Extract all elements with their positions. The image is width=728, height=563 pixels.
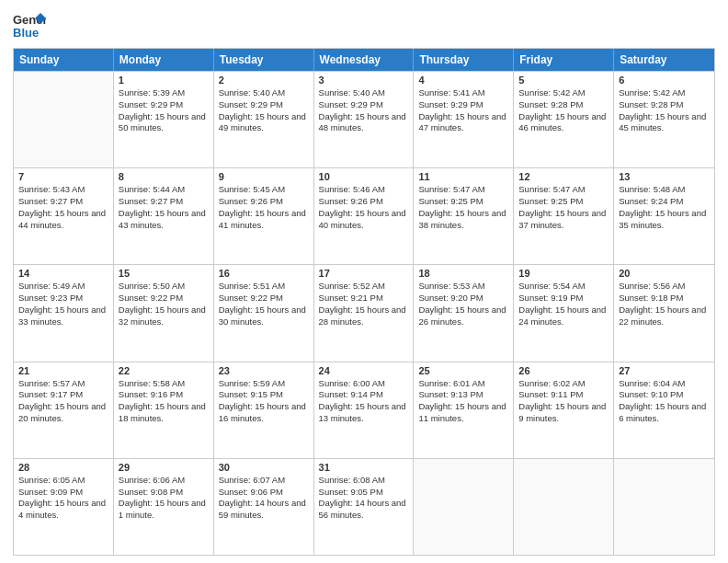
- day-info: Sunrise: 5:51 AM Sunset: 9:22 PM Dayligh…: [219, 281, 309, 327]
- day-number: 31: [319, 462, 409, 473]
- sunrise: Sunrise: 5:42 AM: [619, 87, 710, 99]
- daylight: Daylight: 15 hours and 1 minute.: [119, 498, 209, 522]
- day-info: Sunrise: 5:47 AM Sunset: 9:25 PM Dayligh…: [418, 184, 508, 231]
- cal-cell-5-1: 28 Sunrise: 6:05 AM Sunset: 9:09 PM Dayl…: [14, 459, 114, 555]
- calendar-body: 1 Sunrise: 5:39 AM Sunset: 9:29 PM Dayli…: [14, 71, 714, 555]
- day-info: Sunrise: 5:49 AM Sunset: 9:23 PM Dayligh…: [18, 281, 108, 327]
- daylight: Daylight: 15 hours and 9 minutes.: [518, 401, 609, 425]
- header: General Blue: [13, 9, 715, 42]
- cal-cell-2-4: 10 Sunrise: 5:46 AM Sunset: 9:26 PM Dayl…: [314, 168, 415, 264]
- page: General Blue SundayMondayTuesdayWednesda…: [0, 0, 728, 563]
- sunrise: Sunrise: 5:43 AM: [18, 184, 108, 196]
- sunset: Sunset: 9:11 PM: [518, 389, 609, 401]
- daylight: Daylight: 15 hours and 50 minutes.: [119, 111, 209, 135]
- logo: General Blue: [13, 9, 46, 42]
- sunrise: Sunrise: 6:04 AM: [619, 378, 710, 390]
- daylight: Daylight: 15 hours and 4 minutes.: [18, 498, 108, 522]
- cal-cell-1-3: 2 Sunrise: 5:40 AM Sunset: 9:29 PM Dayli…: [214, 72, 314, 167]
- day-info: Sunrise: 6:06 AM Sunset: 9:08 PM Dayligh…: [119, 475, 209, 522]
- day-info: Sunrise: 5:52 AM Sunset: 9:21 PM Dayligh…: [319, 281, 409, 327]
- cal-cell-3-7: 20 Sunrise: 5:56 AM Sunset: 9:18 PM Dayl…: [614, 265, 714, 361]
- day-info: Sunrise: 5:46 AM Sunset: 9:26 PM Dayligh…: [319, 184, 409, 231]
- day-number: 20: [619, 268, 710, 279]
- day-number: 6: [619, 75, 710, 86]
- daylight: Daylight: 15 hours and 30 minutes.: [219, 304, 309, 328]
- day-info: Sunrise: 5:58 AM Sunset: 9:16 PM Dayligh…: [119, 378, 209, 425]
- cal-week-2: 7 Sunrise: 5:43 AM Sunset: 9:27 PM Dayli…: [14, 167, 714, 264]
- day-info: Sunrise: 5:41 AM Sunset: 9:29 PM Dayligh…: [418, 87, 508, 134]
- sunrise: Sunrise: 5:48 AM: [619, 184, 710, 196]
- cal-cell-5-7: [614, 459, 714, 555]
- cal-header-tuesday: Tuesday: [214, 49, 314, 71]
- sunset: Sunset: 9:28 PM: [619, 99, 710, 111]
- cal-cell-5-2: 29 Sunrise: 6:06 AM Sunset: 9:08 PM Dayl…: [114, 459, 214, 555]
- sunrise: Sunrise: 5:54 AM: [518, 281, 609, 293]
- cal-cell-1-2: 1 Sunrise: 5:39 AM Sunset: 9:29 PM Dayli…: [114, 72, 214, 167]
- sunset: Sunset: 9:10 PM: [619, 389, 710, 401]
- sunset: Sunset: 9:16 PM: [119, 389, 209, 401]
- daylight: Daylight: 15 hours and 38 minutes.: [418, 208, 508, 232]
- day-number: 19: [518, 268, 609, 279]
- daylight: Daylight: 15 hours and 11 minutes.: [418, 401, 508, 425]
- cal-cell-2-3: 9 Sunrise: 5:45 AM Sunset: 9:26 PM Dayli…: [214, 168, 314, 264]
- daylight: Daylight: 15 hours and 28 minutes.: [319, 304, 409, 328]
- sunset: Sunset: 9:26 PM: [319, 196, 409, 208]
- day-number: 9: [219, 171, 309, 182]
- sunrise: Sunrise: 6:00 AM: [319, 378, 409, 390]
- sunset: Sunset: 9:17 PM: [18, 389, 108, 401]
- sunrise: Sunrise: 6:02 AM: [518, 378, 609, 390]
- sunrise: Sunrise: 5:52 AM: [319, 281, 409, 293]
- svg-text:Blue: Blue: [13, 26, 39, 40]
- sunset: Sunset: 9:05 PM: [319, 487, 409, 499]
- sunset: Sunset: 9:09 PM: [18, 487, 108, 499]
- day-number: 26: [518, 365, 609, 376]
- daylight: Daylight: 15 hours and 37 minutes.: [518, 208, 609, 232]
- sunrise: Sunrise: 5:39 AM: [119, 87, 209, 99]
- sunset: Sunset: 9:08 PM: [119, 487, 209, 499]
- sunrise: Sunrise: 5:53 AM: [418, 281, 508, 293]
- cal-header-sunday: Sunday: [14, 49, 114, 71]
- day-number: 18: [418, 268, 508, 279]
- day-info: Sunrise: 5:57 AM Sunset: 9:17 PM Dayligh…: [18, 378, 108, 425]
- daylight: Daylight: 15 hours and 16 minutes.: [219, 401, 309, 425]
- day-number: 25: [418, 365, 508, 376]
- sunrise: Sunrise: 5:40 AM: [319, 87, 409, 99]
- sunset: Sunset: 9:15 PM: [219, 389, 309, 401]
- day-number: 2: [219, 75, 309, 86]
- sunrise: Sunrise: 6:05 AM: [18, 475, 108, 487]
- cal-week-4: 21 Sunrise: 5:57 AM Sunset: 9:17 PM Dayl…: [14, 362, 714, 458]
- sunrise: Sunrise: 5:50 AM: [119, 281, 209, 293]
- day-number: 10: [319, 171, 409, 182]
- sunrise: Sunrise: 6:01 AM: [418, 378, 508, 390]
- day-number: 5: [518, 75, 609, 86]
- day-info: Sunrise: 5:40 AM Sunset: 9:29 PM Dayligh…: [219, 87, 309, 134]
- day-number: 14: [18, 268, 108, 279]
- sunset: Sunset: 9:22 PM: [119, 293, 209, 304]
- cal-cell-2-6: 12 Sunrise: 5:47 AM Sunset: 9:25 PM Dayl…: [514, 168, 614, 264]
- sunrise: Sunrise: 5:56 AM: [619, 281, 710, 293]
- cal-cell-2-2: 8 Sunrise: 5:44 AM Sunset: 9:27 PM Dayli…: [114, 168, 214, 264]
- daylight: Daylight: 15 hours and 47 minutes.: [418, 111, 508, 135]
- daylight: Daylight: 15 hours and 18 minutes.: [119, 401, 209, 425]
- calendar: SundayMondayTuesdayWednesdayThursdayFrid…: [13, 48, 715, 556]
- day-number: 4: [418, 75, 508, 86]
- day-info: Sunrise: 6:00 AM Sunset: 9:14 PM Dayligh…: [319, 378, 409, 425]
- daylight: Daylight: 15 hours and 32 minutes.: [119, 304, 209, 328]
- cal-cell-1-4: 3 Sunrise: 5:40 AM Sunset: 9:29 PM Dayli…: [314, 72, 415, 167]
- daylight: Daylight: 15 hours and 22 minutes.: [619, 304, 710, 328]
- daylight: Daylight: 15 hours and 41 minutes.: [219, 208, 309, 232]
- cal-cell-4-2: 22 Sunrise: 5:58 AM Sunset: 9:16 PM Dayl…: [114, 362, 214, 458]
- cal-cell-4-5: 25 Sunrise: 6:01 AM Sunset: 9:13 PM Dayl…: [414, 362, 514, 458]
- sunset: Sunset: 9:28 PM: [518, 99, 609, 111]
- day-number: 3: [319, 75, 409, 86]
- day-number: 17: [319, 268, 409, 279]
- cal-cell-3-4: 17 Sunrise: 5:52 AM Sunset: 9:21 PM Dayl…: [314, 265, 415, 361]
- day-number: 13: [619, 171, 710, 182]
- cal-cell-2-1: 7 Sunrise: 5:43 AM Sunset: 9:27 PM Dayli…: [14, 168, 114, 264]
- cal-header-friday: Friday: [514, 49, 614, 71]
- sunset: Sunset: 9:19 PM: [518, 293, 609, 304]
- sunset: Sunset: 9:26 PM: [219, 196, 309, 208]
- cal-cell-3-5: 18 Sunrise: 5:53 AM Sunset: 9:20 PM Dayl…: [414, 265, 514, 361]
- daylight: Daylight: 15 hours and 24 minutes.: [518, 304, 609, 328]
- daylight: Daylight: 15 hours and 45 minutes.: [619, 111, 710, 135]
